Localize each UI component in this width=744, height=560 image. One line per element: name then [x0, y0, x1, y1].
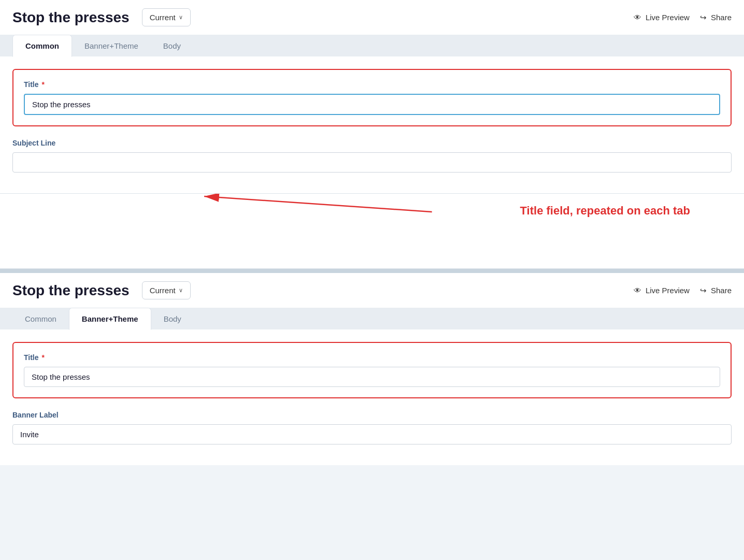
tabs-bottom: Common Banner+Theme Body	[0, 308, 744, 329]
top-header: Stop the presses Current ∨ 👁 Live Previe…	[0, 0, 744, 35]
live-preview-label-bottom: Live Preview	[646, 286, 690, 295]
live-preview-button-top[interactable]: 👁 Live Preview	[634, 13, 690, 22]
eye-icon: 👁	[634, 13, 641, 22]
tab-body-top[interactable]: Body	[151, 35, 193, 56]
required-star-top: *	[42, 80, 45, 89]
annotation-arrow	[12, 194, 732, 256]
chevron-down-icon: ∨	[179, 14, 183, 21]
tab-common-top[interactable]: Common	[12, 35, 72, 57]
annotation-container: Title field, repeated on each tab	[12, 194, 732, 256]
subject-label-top: Subject Line	[12, 139, 732, 147]
subject-section-top: Subject Line	[12, 139, 732, 173]
required-star-bottom: *	[42, 353, 45, 362]
top-panel: Stop the presses Current ∨ 👁 Live Previe…	[0, 0, 744, 269]
eye-icon-bottom: 👁	[634, 286, 641, 295]
live-preview-label-top: Live Preview	[646, 13, 690, 22]
title-input-bottom[interactable]	[24, 367, 720, 387]
version-dropdown-top[interactable]: Current ∨	[142, 8, 191, 26]
share-label-bottom: Share	[711, 286, 732, 295]
tab-body-bottom[interactable]: Body	[151, 308, 194, 329]
bottom-content-area: Title * Banner Label	[0, 329, 744, 465]
banner-label-section: Banner Label	[12, 411, 732, 444]
live-preview-button-bottom[interactable]: 👁 Live Preview	[634, 286, 690, 295]
title-form-section-bottom: Title *	[12, 342, 732, 398]
section-divider	[0, 269, 744, 273]
share-label-top: Share	[711, 13, 732, 22]
version-dropdown-bottom[interactable]: Current ∨	[142, 281, 191, 299]
annotation-area: Title field, repeated on each tab	[0, 194, 744, 268]
header-actions-top: 👁 Live Preview ↪ Share	[634, 13, 732, 22]
tab-common-bottom[interactable]: Common	[12, 308, 69, 329]
title-label-top: Title *	[24, 80, 720, 89]
tabs-top: Common Banner+Theme Body	[0, 35, 744, 56]
bottom-header: Stop the presses Current ∨ 👁 Live Previe…	[0, 273, 744, 308]
bottom-page-title: Stop the presses	[12, 282, 130, 299]
title-form-section-top: Title *	[12, 69, 732, 126]
tab-banner-theme-bottom[interactable]: Banner+Theme	[69, 308, 151, 330]
subject-line-input-top[interactable]	[12, 152, 732, 173]
share-icon-top: ↪	[700, 13, 707, 22]
banner-label-label: Banner Label	[12, 411, 732, 419]
title-label-bottom: Title *	[24, 353, 720, 362]
top-content-area: Title * Subject Line	[0, 56, 744, 194]
share-icon-bottom: ↪	[700, 286, 707, 295]
bottom-panel: Stop the presses Current ∨ 👁 Live Previe…	[0, 273, 744, 465]
header-actions-bottom: 👁 Live Preview ↪ Share	[634, 286, 732, 295]
banner-label-input[interactable]	[12, 424, 732, 444]
share-button-top[interactable]: ↪ Share	[700, 13, 732, 22]
tab-banner-theme-top[interactable]: Banner+Theme	[72, 35, 151, 56]
share-button-bottom[interactable]: ↪ Share	[700, 286, 732, 295]
title-input-top[interactable]	[24, 94, 720, 115]
page-title: Stop the presses	[12, 9, 130, 26]
chevron-down-icon-bottom: ∨	[179, 287, 183, 294]
svg-line-1	[204, 196, 432, 212]
annotation-text: Title field, repeated on each tab	[520, 204, 690, 218]
version-label-top: Current	[150, 13, 176, 22]
version-label-bottom: Current	[150, 286, 176, 295]
